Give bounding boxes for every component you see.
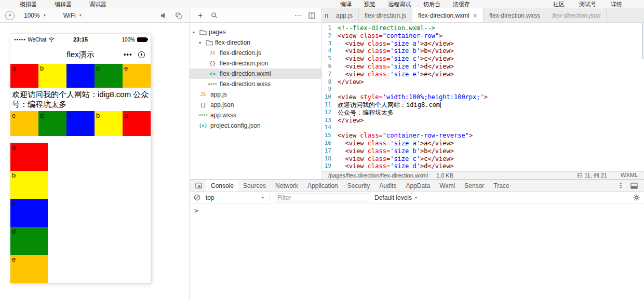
zoom-dropdown[interactable]: 100% ▾ — [24, 12, 46, 19]
tree-item-app.json[interactable]: {}app.json — [190, 100, 321, 110]
file-tree-toolbar: + ⋯ — [190, 8, 322, 22]
devtools-tab-row: ConsoleSourcesNetworkApplicationSecurity… — [190, 180, 644, 192]
sound-icon[interactable] — [160, 12, 167, 19]
tree-item-label: flex-direction.wxss — [220, 80, 271, 88]
menu-bar: 模拟器 编辑器 调试器 编译 预览 远程调试 切后台 清缓存 社区 测试号 详情 — [0, 0, 644, 8]
split-editor-button[interactable] — [308, 12, 315, 19]
tree-item-app.wxss[interactable]: wxssapp.wxss — [190, 110, 321, 120]
devtools-tab-trace[interactable]: Trace — [489, 180, 514, 192]
menu-details[interactable]: 详情 — [611, 1, 622, 8]
code-line: 11欢迎访问我的个人网站：idig8.com — [322, 101, 644, 109]
code-content: <view class='size b'>b</view> — [338, 147, 454, 155]
more-tools-icon[interactable]: ⋮ — [618, 182, 624, 189]
signal-indicator: ●●●●● WeChat — [14, 37, 55, 43]
devtools-tab-audits[interactable]: Audits — [374, 180, 401, 192]
tree-item-flex-direction.json[interactable]: {}flex-direction.json — [190, 58, 321, 69]
battery-icon — [137, 37, 147, 42]
inspect-element-icon[interactable] — [192, 182, 206, 189]
wxss-file-icon: wxss — [198, 113, 208, 117]
menu-simulator[interactable]: 模拟器 — [20, 1, 37, 8]
code-area[interactable]: 1<!--flex-direction.wxml-->2<view class=… — [322, 23, 644, 171]
devtools-tab-sensor[interactable]: Sensor — [460, 180, 489, 192]
menu-compile[interactable]: 编译 — [340, 1, 352, 8]
console-filter-input[interactable] — [275, 194, 369, 201]
line-number: 8 — [322, 78, 338, 86]
tree-item-project.config.json[interactable]: {o}project.config.json — [190, 120, 321, 131]
editor-tab-flex-direction.wxss[interactable]: flex-direction.wxss — [484, 8, 546, 22]
tree-item-app.js[interactable]: JSapp.js — [190, 89, 321, 100]
log-levels-dropdown[interactable]: Default levels ▾ — [374, 194, 417, 201]
menu-remote-debug[interactable]: 远程调试 — [388, 1, 411, 8]
console-prompt[interactable]: > — [194, 207, 198, 214]
page-title: flex演示 — [66, 50, 94, 60]
console-output[interactable]: > — [190, 203, 644, 300]
add-file-button[interactable]: + — [198, 11, 203, 20]
tree-item-flex-direction[interactable]: ▾flex-direction — [190, 37, 321, 48]
devtools-tab-console[interactable]: Console — [206, 180, 238, 192]
tree-item-flex-direction.wxss[interactable]: wxssflex-direction.wxss — [190, 79, 321, 89]
battery-indicator: 100% — [122, 37, 147, 43]
code-line: 19 <view class='size d'>d</view> — [322, 162, 644, 170]
signal-dots-icon: ●●●●● — [14, 38, 26, 41]
flex-box-b: b — [38, 64, 66, 88]
menu-clear-cache[interactable]: 清缓存 — [453, 1, 470, 8]
code-editor[interactable]: 1<!--flex-direction.wxml-->2<view class=… — [322, 23, 644, 179]
editor-tab-flex-direction.wxml[interactable]: flex-direction.wxml× — [412, 8, 484, 22]
code-line: 5 <view class='size c'>c</view> — [322, 55, 644, 63]
console-context-dropdown[interactable]: top ▾ — [206, 194, 264, 201]
editor-tab-n[interactable]: n — [322, 8, 330, 22]
code-line: 13</view> — [322, 117, 644, 125]
menu-editor[interactable]: 编辑器 — [55, 1, 72, 8]
tree-item-flex-direction.wxml[interactable]: <>flex-direction.wxml — [190, 69, 321, 79]
editor-scrollbar[interactable] — [642, 23, 643, 59]
menu-test-account[interactable]: 测试号 — [579, 1, 596, 8]
editor-tab-app.js[interactable]: app.js — [330, 8, 359, 22]
detach-window-icon[interactable] — [176, 12, 182, 19]
flex-box-a: a — [123, 111, 151, 136]
flex-box-d: d — [10, 227, 48, 255]
flex-box-c: c — [10, 199, 48, 227]
tree-item-label: app.json — [210, 101, 234, 108]
levels-value: Default levels — [374, 194, 412, 201]
menu-preview[interactable]: 预览 — [364, 1, 375, 8]
close-tab-icon[interactable]: × — [473, 12, 477, 19]
console-drawer-icon[interactable] — [630, 183, 638, 189]
menu-community[interactable]: 社区 — [553, 1, 565, 8]
devtools-tab-wxml[interactable]: Wxml — [435, 180, 460, 192]
clear-console-icon[interactable] — [194, 194, 200, 201]
devtools-tab-application[interactable]: Application — [303, 180, 343, 192]
devtools-tab-sources[interactable]: Sources — [238, 180, 271, 192]
tree-item-flex-direction.js[interactable]: JSflex-direction.js — [190, 48, 321, 58]
more-menu-icon[interactable]: ••• — [124, 51, 132, 58]
menu-switch-background[interactable]: 切后台 — [423, 1, 440, 8]
folder-expand-arrow-icon[interactable]: ▾ — [199, 40, 204, 45]
close-miniprogram-icon[interactable] — [138, 51, 145, 58]
network-dropdown[interactable]: WiFi ▾ — [63, 12, 82, 19]
flex-box-d: d — [38, 111, 66, 136]
line-number: 13 — [322, 117, 338, 125]
more-options-button[interactable]: ⋯ — [294, 11, 302, 19]
editor-tab-flex-direction.json[interactable]: flex-direction.json — [546, 8, 607, 22]
devtools-tab-security[interactable]: Security — [343, 180, 374, 192]
phone-simulator: ●●●●● WeChat 23:15 100% flex演示 — [10, 34, 151, 283]
device-selector-button[interactable]: ▾ — [5, 11, 15, 20]
search-files-button[interactable] — [211, 12, 218, 19]
console-settings-gear-icon[interactable] — [633, 194, 640, 201]
chevron-down-icon: ▾ — [44, 13, 46, 18]
line-number: 6 — [322, 63, 338, 71]
simulator-pane: ●●●●● WeChat 23:15 100% flex演示 — [0, 23, 190, 300]
tab-label: flex-direction.js — [365, 12, 406, 19]
code-content: <view class='size b'>b</view> — [338, 47, 454, 55]
tree-item-pages[interactable]: ▾pages — [190, 27, 321, 37]
language-mode[interactable]: WXML — [621, 172, 638, 180]
code-line: 2<view class="container-row"> — [322, 32, 644, 40]
devtools-tab-network[interactable]: Network — [271, 180, 303, 192]
menu-debugger[interactable]: 调试器 — [89, 1, 106, 8]
flex-box-e: e — [10, 255, 48, 283]
folder-expand-arrow-icon[interactable]: ▾ — [193, 30, 197, 35]
flex-box-c: c — [66, 64, 95, 88]
line-number: 3 — [322, 40, 338, 48]
editor-tab-flex-direction.js[interactable]: flex-direction.js — [359, 8, 412, 22]
config-file-icon: {o} — [198, 123, 208, 128]
devtools-tab-appdata[interactable]: AppData — [401, 180, 435, 192]
